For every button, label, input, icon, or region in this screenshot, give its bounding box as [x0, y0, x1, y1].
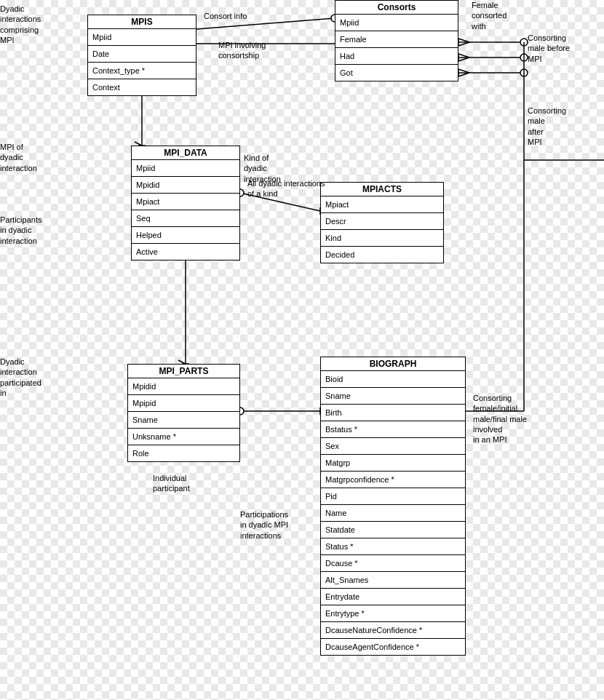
mpis-header: MPIS	[88, 15, 196, 29]
consorts-female: Female	[335, 31, 458, 48]
biograph-entity: BIOGRAPH Bioid Sname Birth Bstatus * Sex…	[320, 357, 466, 656]
consorts-got: Got	[335, 65, 458, 81]
biograph-status: Status *	[321, 538, 465, 555]
label-consorting-female: Consortingfemale/initialmale/final malei…	[473, 393, 553, 445]
biograph-header: BIOGRAPH	[321, 357, 465, 371]
svg-point-4	[520, 39, 528, 46]
mpi-data-active: Active	[132, 244, 239, 260]
svg-line-15	[458, 69, 469, 73]
consorts-had: Had	[335, 48, 458, 65]
label-participations: Participationsin dyadic MPIinteractions	[240, 509, 288, 541]
mpi-parts-header: MPI_PARTS	[128, 365, 239, 378]
svg-line-11	[458, 57, 469, 61]
biograph-dcause-agent: DcauseAgentConfidence *	[321, 639, 465, 655]
mpiacts-kind: Kind	[321, 230, 443, 247]
mpiacts-decided: Decided	[321, 247, 443, 263]
biograph-entrydate: Entrydate	[321, 589, 465, 605]
mpi-parts-mpidid: Mpidid	[128, 378, 239, 395]
mpi-data-mpiact: Mpiact	[132, 194, 239, 210]
label-participants: Participantsin dyadicinteraction	[0, 215, 69, 246]
biograph-entrytype: Entrytype *	[321, 605, 465, 622]
mpi-data-helped: Helped	[132, 227, 239, 244]
label-consort-info: Consort info	[204, 11, 247, 21]
biograph-matgrpconf: Matgrpconfidence *	[321, 472, 465, 488]
mpi-data-entity: MPI_DATA Mpiid Mpidid Mpiact Seq Helped …	[131, 146, 240, 260]
label-consorting-after: ConsortingmaleafterMPI	[528, 106, 604, 147]
biograph-statdate: Statdate	[321, 522, 465, 538]
biograph-birth: Birth	[321, 405, 465, 421]
mpiacts-descr: Descr	[321, 213, 443, 230]
consorts-entity: Consorts Mpiid Female Had Got	[335, 0, 458, 81]
biograph-sex: Sex	[321, 438, 465, 455]
svg-line-5	[458, 39, 469, 42]
label-all-dyadic: All dyadic interactionsof a kind	[247, 178, 325, 199]
consorts-header: Consorts	[335, 1, 458, 15]
mpi-parts-role: Role	[128, 445, 239, 461]
mpi-data-seq: Seq	[132, 210, 239, 227]
biograph-bstatus: Bstatus *	[321, 421, 465, 438]
mpis-context: Context	[88, 79, 196, 95]
biograph-pid: Pid	[321, 488, 465, 505]
biograph-dcause: Dcause *	[321, 555, 465, 572]
label-individual-participant: Individualparticipant	[153, 473, 190, 494]
svg-point-14	[520, 69, 528, 76]
mpis-entity: MPIS Mpiid Date Context_type * Context	[87, 15, 196, 96]
mpi-parts-sname: Sname	[128, 412, 239, 429]
biograph-dcause-nature: DcauseNatureConfidence *	[321, 622, 465, 639]
mpis-date: Date	[88, 46, 196, 63]
mpis-context-type: Context_type *	[88, 63, 196, 79]
consorts-mpiid: Mpiid	[335, 15, 458, 31]
mpiacts-mpiact: Mpiact	[321, 196, 443, 213]
label-mpi-dyadic: MPI ofdyadicinteraction	[0, 142, 65, 173]
mpi-parts-mpipid: Mpipid	[128, 395, 239, 412]
mpiacts-entity: MPIACTS Mpiact Descr Kind Decided	[320, 182, 444, 263]
label-mpi-involving: MPI involvingconsortship	[218, 40, 266, 61]
svg-line-6	[458, 42, 469, 46]
svg-line-10	[458, 54, 469, 57]
label-female-consorted: Femaleconsortedwith	[472, 0, 506, 31]
biograph-name: Name	[321, 505, 465, 522]
mpi-data-mpidid: Mpidid	[132, 177, 239, 194]
biograph-bioid: Bioid	[321, 371, 465, 388]
biograph-sname: Sname	[321, 388, 465, 405]
biograph-matgrp: Matgrp	[321, 455, 465, 472]
mpis-mpiid: Mpiid	[88, 29, 196, 46]
mpi-data-mpiid: Mpiid	[132, 160, 239, 177]
mpi-parts-unksname: Unksname *	[128, 429, 239, 445]
label-consorting-before: Consortingmale beforeMPI	[528, 33, 604, 64]
biograph-alt-snames: Alt_Snames	[321, 572, 465, 589]
mpiacts-header: MPIACTS	[321, 183, 443, 196]
label-dyadic-interactions: DyadicinteractionscomprisingMPI	[0, 4, 65, 45]
svg-line-16	[458, 73, 469, 76]
svg-point-9	[520, 54, 528, 61]
mpi-parts-entity: MPI_PARTS Mpidid Mpipid Sname Unksname *…	[127, 364, 240, 462]
mpi-data-header: MPI_DATA	[132, 146, 239, 160]
label-dyadic-participated: Dyadicinteractionparticipatedin	[0, 357, 69, 398]
